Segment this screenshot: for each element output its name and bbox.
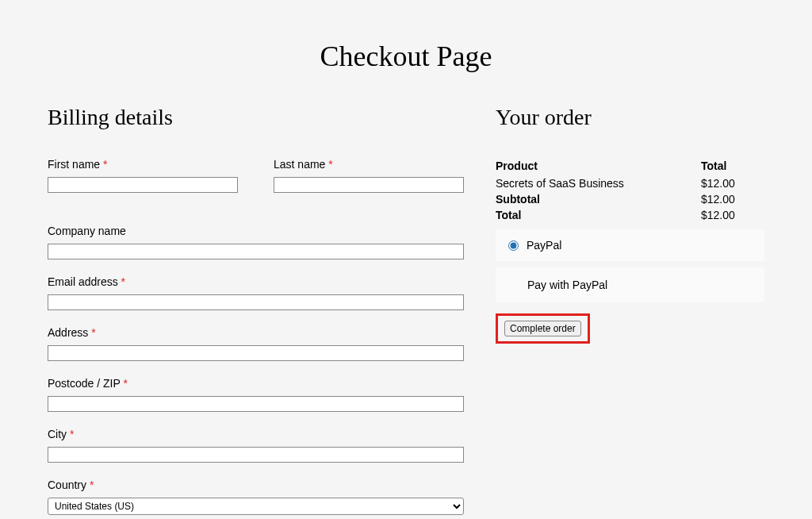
postcode-label: Postcode / ZIP * (48, 377, 464, 390)
subtotal-value: $12.00 (701, 191, 764, 207)
total-row: Total $12.00 (496, 207, 764, 223)
required-marker: * (121, 275, 125, 288)
address-label-text: Address (48, 326, 91, 339)
product-column-header: Product (496, 158, 701, 175)
email-label-text: Email address (48, 275, 121, 288)
country-label: Country * (48, 479, 464, 491)
subtotal-row: Subtotal $12.00 (496, 191, 764, 207)
required-marker: * (103, 158, 107, 171)
complete-order-button[interactable]: Complete order (504, 321, 581, 336)
order-item-row: Secrets of SaaS Business $12.00 (496, 175, 764, 191)
order-item-name: Secrets of SaaS Business (496, 175, 701, 191)
first-name-label: First name * (48, 158, 238, 171)
page-title: Checkout Page (0, 0, 812, 105)
required-marker: * (91, 326, 95, 339)
last-name-label: Last name * (274, 158, 464, 171)
order-summary-table: Product Total Secrets of SaaS Business $… (496, 158, 764, 223)
your-order-section: Your order Product Total Secrets of SaaS… (496, 105, 764, 519)
company-input[interactable] (48, 244, 464, 260)
city-label-text: City (48, 428, 70, 440)
postcode-input[interactable] (48, 396, 464, 412)
required-marker: * (328, 158, 332, 171)
city-input[interactable] (48, 447, 464, 463)
last-name-input[interactable] (274, 177, 464, 193)
payment-method-box: PayPal (496, 229, 764, 261)
billing-details-section: Billing details First name * Last name *… (48, 105, 464, 519)
total-label: Total (496, 207, 701, 223)
required-marker: * (123, 377, 127, 390)
address-input[interactable] (48, 345, 464, 361)
paypal-radio[interactable] (508, 240, 519, 251)
required-marker: * (90, 479, 94, 491)
payment-description-box: Pay with PayPal (496, 267, 764, 302)
first-name-label-text: First name (48, 158, 103, 171)
company-label: Company name (48, 225, 464, 237)
postcode-label-text: Postcode / ZIP (48, 377, 123, 390)
complete-order-highlight: Complete order (496, 313, 590, 344)
first-name-input[interactable] (48, 177, 238, 193)
country-label-text: Country (48, 479, 90, 491)
paypal-label: PayPal (527, 239, 561, 252)
email-input[interactable] (48, 294, 464, 310)
required-marker: * (70, 428, 74, 440)
email-label: Email address * (48, 275, 464, 288)
country-select[interactable]: United States (US) (48, 498, 464, 515)
total-value: $12.00 (701, 207, 764, 223)
payment-description-text: Pay with PayPal (527, 279, 607, 291)
billing-heading: Billing details (48, 105, 464, 130)
subtotal-label: Subtotal (496, 191, 701, 207)
address-label: Address * (48, 326, 464, 339)
total-column-header: Total (701, 158, 764, 175)
order-item-price: $12.00 (701, 175, 764, 191)
city-label: City * (48, 428, 464, 440)
order-heading: Your order (496, 105, 764, 130)
last-name-label-text: Last name (274, 158, 328, 171)
